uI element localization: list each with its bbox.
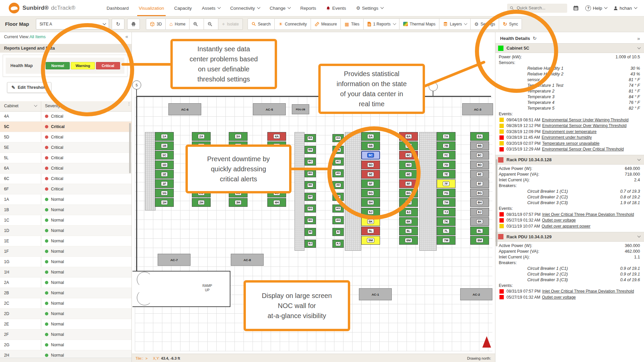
map-cabinet-5k[interactable]: 5K: [361, 217, 380, 226]
map-cabinet-5l[interactable]: 5L: [361, 227, 380, 235]
table-row-1g[interactable]: 1GNormal: [0, 257, 131, 267]
layers-button[interactable]: Layers: [439, 18, 471, 30]
table-row-5l[interactable]: 5LCritical: [0, 153, 131, 163]
map-cabinet-4e[interactable]: 4E: [267, 170, 286, 179]
accordion-cabinet-5c[interactable]: Cabinet 5C: [495, 43, 644, 53]
3d-button[interactable]: 3D: [146, 18, 166, 30]
settings-button[interactable]: ⚙Settings: [471, 18, 499, 30]
map-cabinet-2a[interactable]: 2A: [192, 132, 211, 141]
map-cabinet-4a[interactable]: 4A: [267, 132, 286, 141]
sync-button[interactable]: ↻Sync: [499, 18, 522, 30]
search-input[interactable]: [516, 5, 559, 11]
map-cabinet-8k[interactable]: 8K: [470, 217, 489, 226]
map-cabinet-7l[interactable]: 7L: [437, 227, 455, 235]
map-cabinet-8j[interactable]: 8J: [470, 208, 489, 217]
panel-horizontal-scrollbar[interactable]: [0, 358, 131, 362]
map-cabinet-af[interactable]: AF: [332, 193, 344, 201]
map-cabinet-ah[interactable]: AH: [332, 216, 344, 224]
map-cabinet-8a[interactable]: 8A: [470, 132, 489, 141]
table-row-1c[interactable]: 1CNormal: [0, 215, 131, 226]
map-cabinet-bf[interactable]: BF: [305, 193, 316, 201]
map-cabinet-1c[interactable]: 1C: [155, 151, 174, 160]
map-cabinet-4d[interactable]: 4D: [267, 161, 286, 169]
event-link[interactable]: Inlet Over Critical Three Phase Deviatio…: [542, 212, 634, 217]
map-cabinet-7k[interactable]: 7K: [437, 217, 455, 226]
map-cabinet-5a[interactable]: 5A: [361, 132, 380, 141]
map-cabinet-7c[interactable]: 7C: [437, 151, 455, 160]
map-cabinet-1h[interactable]: 1H: [155, 198, 174, 207]
map-cabinet-8b[interactable]: 8B: [470, 141, 489, 150]
map-cabinet-6f[interactable]: 6F: [399, 179, 418, 188]
ac-unit-ac-3[interactable]: AC-3: [462, 103, 493, 115]
event-link[interactable]: Outlet over voltage: [542, 218, 576, 223]
map-cabinet-1g[interactable]: 1G: [155, 189, 174, 197]
print-button[interactable]: [127, 19, 140, 29]
ac-unit-pdu-2b[interactable]: PDU-2B: [292, 104, 309, 114]
event-link[interactable]: Environmental Sensor Over Critical Thres…: [542, 147, 624, 152]
accordion-rack-pdu-10-34-0-128[interactable]: Rack PDU 10.34.0.128: [495, 155, 644, 165]
map-cabinet-5m[interactable]: 5M: [361, 236, 380, 245]
map-cabinet-7j[interactable]: 7J: [437, 208, 455, 217]
map-cabinet-2d[interactable]: 2D: [192, 161, 211, 169]
map-cabinet-6d[interactable]: 6D: [399, 161, 418, 169]
map-cabinet-ae[interactable]: AE: [332, 181, 344, 189]
map-cabinet-3c[interactable]: 3C: [229, 151, 248, 160]
map-cabinet-6j[interactable]: 6J: [399, 208, 418, 217]
map-cabinet-4f[interactable]: 4F: [267, 179, 286, 188]
nav-item-visualization[interactable]: Visualization: [134, 0, 169, 16]
nav-item-reports[interactable]: Reports: [295, 0, 321, 16]
table-row-5c[interactable]: 5CCritical: [0, 122, 131, 132]
nav-item-change[interactable]: Change: [265, 0, 295, 16]
map-cabinet-5b[interactable]: 5B: [361, 141, 380, 150]
map-cabinet-8f[interactable]: 8F: [470, 179, 489, 188]
connectivity-button[interactable]: ☀Connectivity: [275, 18, 311, 30]
map-cabinet-bh[interactable]: BH: [305, 216, 316, 224]
quick-search[interactable]: [507, 4, 567, 13]
table-row-2d[interactable]: 2DNormal: [0, 309, 131, 319]
table-row-2f[interactable]: 2FNormal: [0, 329, 131, 340]
expand-panel-icon[interactable]: »: [637, 36, 640, 41]
ac-unit-ac-7[interactable]: AC-7: [158, 254, 191, 266]
zoom-out-button[interactable]: [204, 18, 218, 30]
table-row-1e[interactable]: 1ENormal: [0, 236, 131, 246]
table-row-1b[interactable]: 1BNormal: [0, 205, 131, 215]
map-cabinet-2e[interactable]: 2E: [192, 170, 211, 179]
map-cabinet-6l[interactable]: 6L: [399, 227, 418, 235]
map-cabinet-5d[interactable]: 5D: [361, 161, 380, 169]
map-cabinet-8c[interactable]: 8C: [470, 151, 489, 160]
panel-scrollbar[interactable]: [496, 159, 497, 246]
calendar-icon[interactable]: [573, 5, 579, 11]
map-cabinet-7d[interactable]: 7D: [437, 161, 455, 169]
table-row-2g[interactable]: 2GNormal: [0, 340, 131, 350]
map-cabinet-2f[interactable]: 2F: [192, 179, 211, 188]
nav-item-assets[interactable]: Assets: [197, 0, 225, 16]
map-cabinet-3b[interactable]: 3B: [229, 141, 248, 150]
collapse-panel-icon[interactable]: «: [125, 34, 128, 39]
map-cabinet-5e[interactable]: 5E: [361, 170, 380, 179]
table-row-4a[interactable]: 4ACritical: [0, 111, 131, 122]
map-cabinet-5h[interactable]: 5H: [361, 198, 380, 207]
map-cabinet-7e[interactable]: 7E: [437, 170, 455, 179]
map-cabinet-8l[interactable]: 8L: [470, 227, 489, 235]
map-cabinet-bj[interactable]: BJ: [305, 240, 316, 248]
site-selector[interactable]: SITE A: [36, 19, 109, 29]
ac-unit-ac-6[interactable]: AC-6: [168, 103, 201, 115]
map-cabinet-2b[interactable]: 2B: [192, 141, 211, 150]
map-cabinet-2g[interactable]: 2G: [192, 189, 211, 197]
map-cabinet-6b[interactable]: 6B: [399, 141, 418, 150]
table-row-1a[interactable]: 1ANormal: [0, 194, 131, 205]
column-header-severity[interactable]: Severity: [45, 104, 65, 108]
map-cabinet-2h[interactable]: 2H: [192, 198, 211, 207]
map-cabinet-be[interactable]: BE: [305, 181, 316, 189]
event-link[interactable]: Environment over temperature: [542, 129, 596, 134]
map-cabinet-6g[interactable]: 6G: [399, 189, 418, 197]
map-cabinet-aa[interactable]: AA: [332, 134, 344, 142]
map-cabinet-6a[interactable]: 6A: [399, 132, 418, 141]
map-cabinet-bd[interactable]: BD: [305, 169, 316, 177]
map-cabinet-4c[interactable]: 4C: [267, 151, 286, 160]
nav-item-connectivity[interactable]: Connectivity: [225, 0, 265, 16]
refresh-icon[interactable]: ↻: [533, 36, 537, 41]
map-cabinet-ba[interactable]: BA: [305, 134, 316, 142]
map-cabinet-4h[interactable]: 4H: [267, 198, 286, 207]
map-cabinet-8h[interactable]: 8H: [470, 198, 489, 207]
